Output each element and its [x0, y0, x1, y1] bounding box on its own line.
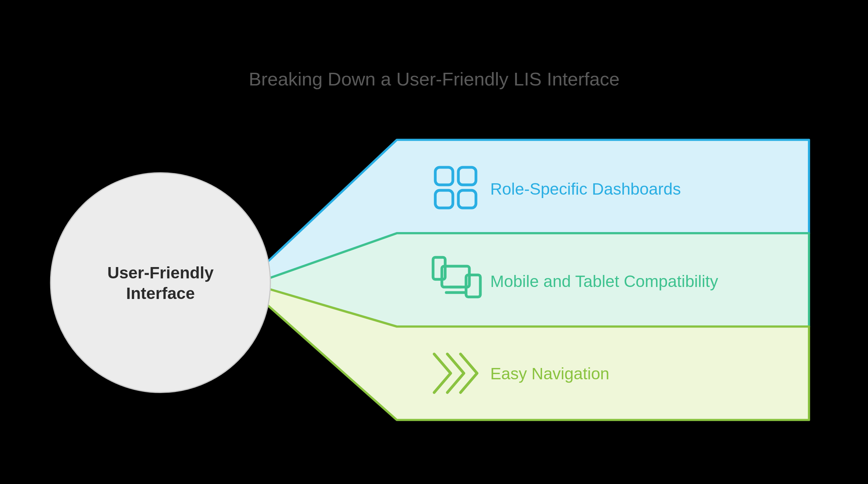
- branch-label-navigation: Easy Navigation: [490, 365, 609, 383]
- center-node: User-Friendly Interface: [50, 173, 270, 392]
- branch-label-dashboards: Role-Specific Dashboards: [490, 180, 681, 198]
- center-label-line2: Interface: [126, 284, 195, 302]
- diagram-canvas: Role-Specific Dashboards Mobile and Tabl…: [40, 118, 829, 447]
- branch-label-mobile: Mobile and Tablet Compatibility: [490, 272, 718, 290]
- diagram-title: Breaking Down a User-Friendly LIS Interf…: [12, 68, 856, 90]
- center-label-line1: User-Friendly: [107, 264, 214, 282]
- svg-point-9: [50, 173, 270, 392]
